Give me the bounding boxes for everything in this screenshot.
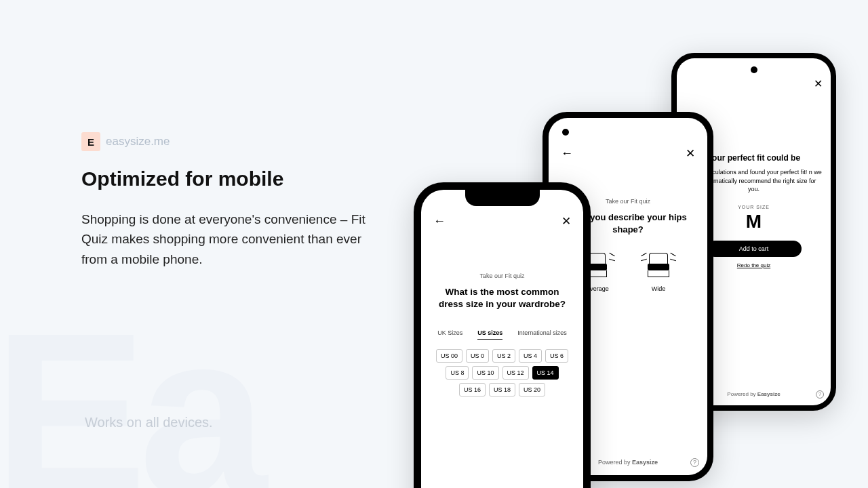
size-chip[interactable]: US 0 <box>466 349 489 363</box>
option-label: Wide <box>638 285 679 292</box>
size-chip[interactable]: US 2 <box>492 349 515 363</box>
close-icon[interactable]: ✕ <box>814 77 823 90</box>
back-icon[interactable]: ← <box>561 146 573 161</box>
add-to-cart-button[interactable]: Add to cart <box>707 241 802 257</box>
size-chip[interactable]: US 12 <box>502 366 529 380</box>
help-icon[interactable]: ? <box>816 390 824 399</box>
size-chip[interactable]: US 00 <box>436 349 462 363</box>
size-system-tabs: UK Sizes US sizes International sizes <box>432 329 572 340</box>
tab-intl[interactable]: International sizes <box>517 329 567 340</box>
hips-wide-icon <box>644 250 673 280</box>
page-headline: Optimized for mobile <box>81 167 373 190</box>
size-chip[interactable]: US 8 <box>446 366 469 380</box>
iphone-notch <box>465 190 540 206</box>
size-chip[interactable]: US 18 <box>489 383 515 396</box>
footnote: Works on all devices. <box>85 415 213 430</box>
close-icon[interactable]: ✕ <box>561 214 571 228</box>
brand-row: E easysize.me <box>81 132 373 151</box>
size-chip[interactable]: US 16 <box>459 383 486 396</box>
background-watermark: Ea <box>0 298 259 488</box>
tab-us[interactable]: US sizes <box>477 329 502 340</box>
close-icon[interactable]: ✕ <box>686 146 695 161</box>
size-chip[interactable]: US 20 <box>519 383 545 396</box>
brand-badge: E <box>81 132 100 151</box>
size-chip[interactable]: US 14 <box>532 366 559 380</box>
page-body: Shopping is done at everyone's convenien… <box>81 209 373 269</box>
back-icon[interactable]: ← <box>433 214 446 228</box>
brand-name: easysize.me <box>106 135 170 148</box>
size-chip-grid: US 00US 0US 2US 4US 6US 8US 10US 12US 14… <box>432 349 572 396</box>
quiz-question: What is the most common dress size in yo… <box>432 286 572 310</box>
size-chip[interactable]: US 6 <box>545 349 568 363</box>
phone-size-question: ← ✕ Take our Fit quiz What is the most c… <box>414 182 591 488</box>
tab-uk[interactable]: UK Sizes <box>437 329 462 340</box>
help-icon[interactable]: ? <box>690 458 699 467</box>
quiz-kicker: Take our Fit quiz <box>432 272 572 279</box>
size-chip[interactable]: US 10 <box>472 366 498 380</box>
size-chip[interactable]: US 4 <box>519 349 542 363</box>
marketing-copy-block: E easysize.me Optimized for mobile Shopp… <box>81 132 373 269</box>
option-wide[interactable]: Wide <box>638 250 679 292</box>
camera-dot <box>751 66 757 73</box>
camera-dot <box>562 129 569 136</box>
